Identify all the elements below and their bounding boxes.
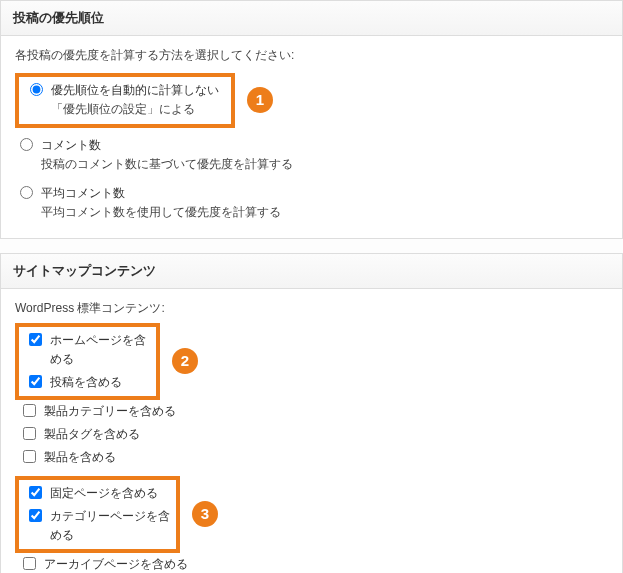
check-posts-label: 投稿を含める: [50, 373, 122, 392]
priority-title: 投稿の優先順位: [1, 1, 622, 36]
check-categories-label: カテゴリーページを含める: [50, 507, 170, 545]
check-prodcat-label: 製品カテゴリーを含める: [44, 402, 176, 421]
check-prodtag-label: 製品タグを含める: [44, 425, 140, 444]
check-pages-input[interactable]: [29, 486, 42, 499]
sitemap-title: サイトマップコンテンツ: [1, 254, 622, 289]
check-pages-label: 固定ページを含める: [50, 484, 158, 503]
priority-section: 投稿の優先順位 各投稿の優先度を計算する方法を選択してください: 優先順位を自動…: [0, 0, 623, 239]
radio-option-comments[interactable]: コメント数 投稿のコメント数に基づいて優先度を計算する: [15, 134, 608, 176]
priority-body: 各投稿の優先度を計算する方法を選択してください: 優先順位を自動的に計算しない …: [1, 36, 622, 238]
check-prodcat[interactable]: 製品カテゴリーを含める: [19, 400, 608, 423]
radio-comments-sub: 投稿のコメント数に基づいて優先度を計算する: [41, 157, 293, 171]
radio-avg-label: 平均コメント数: [41, 186, 125, 200]
sitemap-body: WordPress 標準コンテンツ: ホームページを含める 投稿を含める 2: [1, 289, 622, 573]
check-archive-input[interactable]: [23, 557, 36, 570]
check-product-input[interactable]: [23, 450, 36, 463]
check-prodtag[interactable]: 製品タグを含める: [19, 423, 608, 446]
sitemap-section: サイトマップコンテンツ WordPress 標準コンテンツ: ホームページを含め…: [0, 253, 623, 573]
annotation-badge-2: 2: [172, 348, 198, 374]
radio-auto-sub: 「優先順位の設定」による: [51, 102, 195, 116]
check-prodcat-input[interactable]: [23, 404, 36, 417]
check-posts-input[interactable]: [29, 375, 42, 388]
annotation-badge-3: 3: [192, 501, 218, 527]
annotation-badge-1: 1: [247, 87, 273, 113]
radio-auto-label: 優先順位を自動的に計算しない: [51, 83, 219, 97]
check-archive-label: アーカイブページを含める: [44, 555, 188, 573]
check-categories-input[interactable]: [29, 509, 42, 522]
highlight-box-2: ホームページを含める 投稿を含める: [15, 323, 160, 401]
highlight-box-3: 固定ページを含める カテゴリーページを含める: [15, 476, 180, 554]
std-content-label: WordPress 標準コンテンツ:: [15, 299, 608, 318]
check-homepage-input[interactable]: [29, 333, 42, 346]
check-posts[interactable]: 投稿を含める: [25, 371, 150, 394]
radio-option-avg[interactable]: 平均コメント数 平均コメント数を使用して優先度を計算する: [15, 182, 608, 224]
check-homepage[interactable]: ホームページを含める: [25, 329, 150, 371]
check-product[interactable]: 製品を含める: [19, 446, 608, 469]
radio-avg-input[interactable]: [20, 186, 33, 199]
check-homepage-label: ホームページを含める: [50, 331, 150, 369]
priority-desc: 各投稿の優先度を計算する方法を選択してください:: [15, 46, 608, 65]
radio-option-auto[interactable]: 優先順位を自動的に計算しない 「優先順位の設定」による: [25, 79, 225, 121]
highlight-box-1: 優先順位を自動的に計算しない 「優先順位の設定」による: [15, 73, 235, 127]
radio-comments-input[interactable]: [20, 138, 33, 151]
check-pages[interactable]: 固定ページを含める: [25, 482, 170, 505]
check-archive[interactable]: アーカイブページを含める: [19, 553, 608, 573]
check-product-label: 製品を含める: [44, 448, 116, 467]
radio-comments-label: コメント数: [41, 138, 101, 152]
radio-avg-sub: 平均コメント数を使用して優先度を計算する: [41, 205, 281, 219]
radio-auto-input[interactable]: [30, 83, 43, 96]
check-prodtag-input[interactable]: [23, 427, 36, 440]
check-categories[interactable]: カテゴリーページを含める: [25, 505, 170, 547]
